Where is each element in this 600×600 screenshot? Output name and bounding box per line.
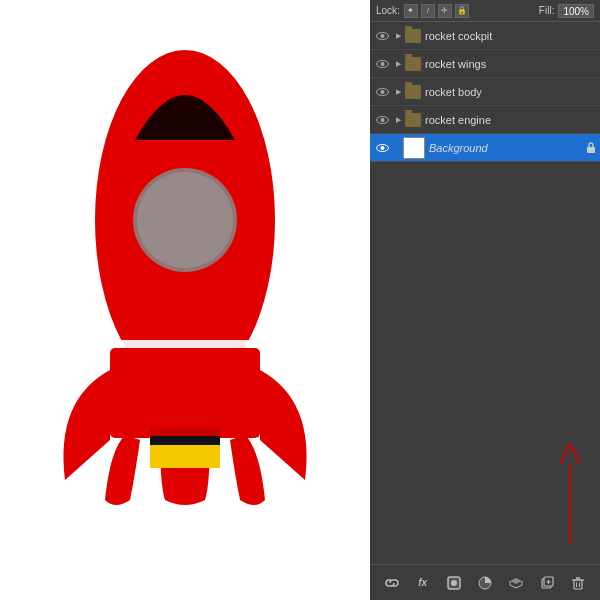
- group-icon[interactable]: [505, 572, 527, 594]
- visibility-icon[interactable]: [374, 56, 390, 72]
- layer-name: rocket body: [425, 86, 596, 98]
- expand-arrow[interactable]: [393, 59, 403, 69]
- svg-line-21: [570, 444, 580, 464]
- canvas-area: [0, 0, 370, 600]
- layers-panel: Lock: ✦ / ✛ 🔒 Fill: 100% rocket cockpit: [370, 0, 600, 600]
- lock-all-icon[interactable]: 🔒: [455, 4, 469, 18]
- arrow-svg: [495, 434, 595, 554]
- layer-name: Background: [429, 142, 584, 154]
- folder-icon: [405, 85, 421, 99]
- layer-name: rocket cockpit: [425, 30, 596, 42]
- svg-point-15: [380, 118, 384, 122]
- folder-icon: [405, 57, 421, 71]
- svg-line-20: [560, 444, 570, 464]
- layer-row-rocket-engine[interactable]: rocket engine: [370, 106, 600, 134]
- lock-pixel-icon[interactable]: /: [421, 4, 435, 18]
- svg-point-11: [380, 62, 384, 66]
- visibility-icon[interactable]: [374, 112, 390, 128]
- svg-rect-29: [574, 580, 582, 589]
- expand-arrow[interactable]: [393, 31, 403, 41]
- lock-badge: [586, 142, 596, 154]
- svg-point-13: [380, 90, 384, 94]
- layer-row-rocket-body[interactable]: rocket body: [370, 78, 600, 106]
- expand-arrow[interactable]: [393, 115, 403, 125]
- svg-rect-7: [150, 428, 220, 436]
- svg-rect-6: [150, 435, 220, 445]
- adjustment-icon[interactable]: [474, 572, 496, 594]
- folder-icon: [405, 29, 421, 43]
- visibility-icon[interactable]: [374, 140, 390, 156]
- expand-arrow[interactable]: [393, 87, 403, 97]
- lock-position-icon[interactable]: ✦: [404, 4, 418, 18]
- new-layer-icon[interactable]: [536, 572, 558, 594]
- delete-icon[interactable]: [567, 572, 589, 594]
- visibility-icon[interactable]: [374, 28, 390, 44]
- layer-name: rocket engine: [425, 114, 596, 126]
- lock-move-icon[interactable]: ✛: [438, 4, 452, 18]
- layer-row-rocket-wings[interactable]: rocket wings: [370, 50, 600, 78]
- layer-name: rocket wings: [425, 58, 596, 70]
- layers-list: rocket cockpit rocket wings: [370, 22, 600, 444]
- visibility-icon[interactable]: [374, 84, 390, 100]
- mask-icon[interactable]: [443, 572, 465, 594]
- layer-thumbnail: [403, 137, 425, 159]
- arrow-annotation-container: [370, 444, 600, 564]
- layer-row-background[interactable]: Background: [370, 134, 600, 162]
- lock-icons: ✦ / ✛ 🔒: [404, 4, 539, 18]
- fill-label: Fill:: [539, 5, 555, 16]
- lock-label: Lock:: [376, 5, 400, 16]
- fill-section: Fill: 100%: [539, 4, 594, 18]
- layers-bottom-bar: fx: [370, 564, 600, 600]
- folder-icon: [405, 113, 421, 127]
- fx-icon[interactable]: fx: [412, 572, 434, 594]
- svg-rect-18: [587, 147, 595, 153]
- svg-point-23: [451, 580, 457, 586]
- rocket-illustration: [45, 20, 325, 580]
- svg-point-2: [137, 172, 233, 268]
- layers-top-bar: Lock: ✦ / ✛ 🔒 Fill: 100%: [370, 0, 600, 22]
- svg-rect-4: [110, 348, 260, 438]
- svg-point-17: [380, 146, 384, 150]
- svg-rect-3: [95, 340, 275, 348]
- fill-value[interactable]: 100%: [558, 4, 594, 18]
- link-icon[interactable]: [381, 572, 403, 594]
- svg-point-9: [380, 34, 384, 38]
- layer-row-rocket-cockpit[interactable]: rocket cockpit: [370, 22, 600, 50]
